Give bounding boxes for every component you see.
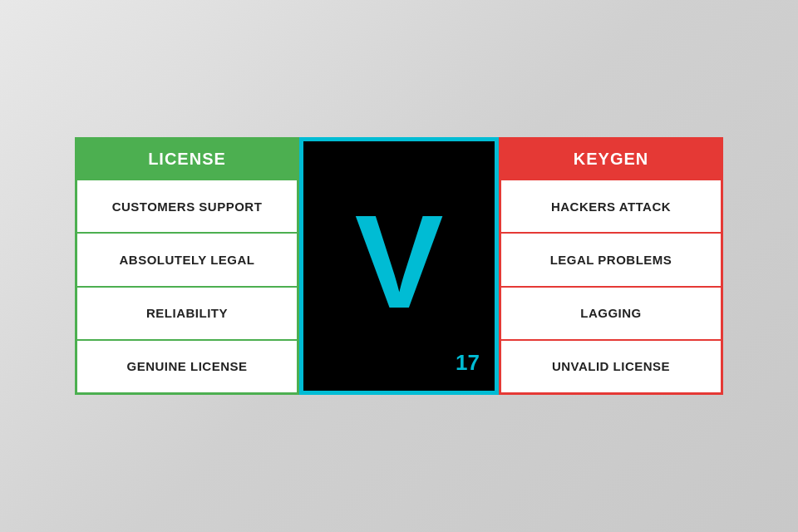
comparison-container: LICENSE CUSTOMERS SUPPORT ABSOLUTELY LEG… [75, 137, 723, 395]
license-panel: LICENSE CUSTOMERS SUPPORT ABSOLUTELY LEG… [75, 137, 299, 395]
license-item-1: CUSTOMERS SUPPORT [77, 179, 297, 232]
logo-version: 17 [456, 350, 480, 376]
license-item-2: ABSOLUTELY LEGAL [77, 232, 297, 285]
keygen-item-4: UNVALID LICENSE [501, 339, 721, 392]
keygen-panel: KEYGEN HACKERS ATTACK LEGAL PROBLEMS LAG… [499, 137, 723, 395]
keygen-item-1: HACKERS ATTACK [501, 179, 721, 232]
license-item-4: GENUINE LICENSE [77, 339, 297, 392]
license-item-3: RELIABILITY [77, 286, 297, 339]
logo-panel: V 17 [299, 137, 499, 395]
keygen-item-2: LEGAL PROBLEMS [501, 232, 721, 285]
keygen-header: KEYGEN [501, 140, 721, 179]
license-header: LICENSE [77, 140, 297, 179]
keygen-item-3: LAGGING [501, 286, 721, 339]
logo-letter: V [355, 195, 444, 328]
